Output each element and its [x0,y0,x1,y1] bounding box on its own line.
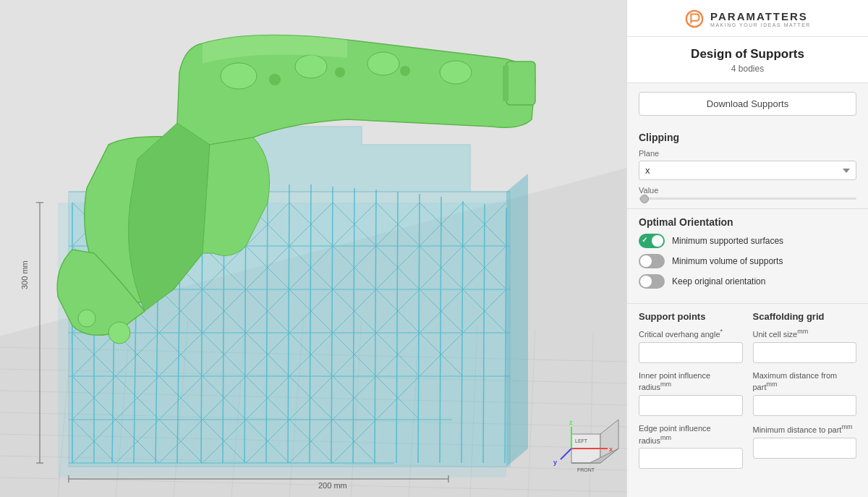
toggle-min-surfaces[interactable]: ✓ [639,234,665,248]
svg-point-158 [221,63,257,89]
max-distance-input[interactable]: 3 [753,395,857,416]
min-distance-label: Minimum distance to partmm [753,423,857,435]
svg-point-161 [440,61,472,84]
svg-point-164 [400,66,410,76]
support-col-title: Support points [639,311,743,322]
orientation-title: Optimal Orientation [639,216,856,228]
edge-radius-input[interactable]: 1.5 [639,448,743,469]
logo-area: PARAMATTERS MAKING YOUR IDEAS MATTER [639,9,856,29]
page-title: Design of Supports [639,47,856,61]
max-distance-label: Maximum distance from partmm [753,370,857,392]
min-distance-field: Minimum distance to partmm 0.5 [753,423,857,459]
clipping-title: Clipping [639,132,856,143]
params-grid: Support points Critical overhang angle* … [639,311,856,469]
orientation-section: Optimal Orientation ✓ Minimum supported … [627,209,868,304]
slider-thumb[interactable] [640,195,649,203]
svg-rect-166 [503,65,509,101]
unit-cell-input[interactable]: 8 [753,342,857,363]
toggle-keep-orientation[interactable] [639,274,665,289]
scaffolding-col: Scaffolding grid Unit cell sizemm 8 Maxi… [753,311,857,469]
svg-text:z: z [569,419,573,426]
svg-text:x: x [609,446,613,453]
min-distance-input[interactable]: 0.5 [753,438,857,459]
dim-300-label: 300 mm [20,260,29,289]
logo-tagline: MAKING YOUR IDEAS MATTER [710,22,811,27]
toggle-label-min-volume: Minimum volume of supports [672,256,783,266]
subtitle: 4 bodies [639,64,856,74]
toggle-circle-2 [640,255,652,267]
logo-text: PARAMATTERS MAKING YOUR IDEAS MATTER [710,10,811,27]
svg-point-186 [686,11,702,27]
viewport: 300 mm 200 mm x z y LEFT FRONT [0,0,626,497]
svg-point-159 [295,55,327,78]
overhang-angle-field: Critical overhang angle* 40 [639,328,743,363]
svg-rect-165 [506,61,535,105]
clipping-section: Clipping Plane x y z Value [627,124,868,209]
svg-marker-157 [506,174,528,467]
inner-radius-field: Inner point influence radiusmm 3 [639,370,743,416]
svg-point-168 [78,310,95,327]
params-section: Support points Critical overhang angle* … [627,304,868,477]
toggle-label-min-surfaces: Minimum supported surfaces [672,236,783,246]
right-panel: PARAMATTERS MAKING YOUR IDEAS MATTER Des… [626,0,868,497]
support-col: Support points Critical overhang angle* … [639,311,743,469]
edge-radius-field: Edge point influence radiusmm 1.5 [639,423,743,469]
svg-text:y: y [553,459,557,466]
unit-cell-field: Unit cell sizemm 8 [753,328,857,363]
inner-radius-label: Inner point influence radiusmm [639,370,743,392]
edge-radius-label: Edge point influence radiusmm [639,423,743,445]
overhang-angle-label: Critical overhang angle* [639,328,743,339]
value-slider-container: Value [639,186,856,200]
inner-radius-input[interactable]: 3 [639,395,743,416]
svg-point-167 [109,322,130,344]
svg-text:FRONT: FRONT [577,467,595,472]
plane-label: Plane [639,149,856,158]
panel-header: PARAMATTERS MAKING YOUR IDEAS MATTER [627,0,868,37]
logo-name: PARAMATTERS [710,10,808,22]
unit-cell-label: Unit cell sizemm [753,328,857,339]
scaffolding-col-title: Scaffolding grid [753,311,857,322]
toggle-circle [652,235,663,247]
dim-200-label: 200 mm [318,481,347,490]
svg-point-162 [269,74,281,85]
overhang-angle-input[interactable]: 40 [639,342,743,363]
toggle-row-keep-orientation: Keep original orientation [639,274,856,289]
value-label: Value [639,186,856,195]
toggle-min-volume[interactable] [639,254,665,268]
toggle-row-min-surfaces: ✓ Minimum supported surfaces [639,234,856,248]
title-section: Design of Supports 4 bodies [627,37,868,83]
svg-point-163 [335,67,345,77]
download-button[interactable]: Download Supports [639,92,856,116]
svg-text:LEFT: LEFT [575,438,588,443]
svg-point-160 [367,52,399,75]
slider-track[interactable] [639,197,856,200]
max-distance-field: Maximum distance from partmm 3 [753,370,857,416]
toggle-check-icon: ✓ [642,236,647,244]
plane-select[interactable]: x y z [639,161,856,180]
toggle-row-min-volume: Minimum volume of supports [639,254,856,268]
logo-icon [684,9,705,29]
toggle-label-keep-orientation: Keep original orientation [672,276,765,286]
plane-field: Plane x y z [639,149,856,180]
toggle-circle-3 [640,276,652,287]
